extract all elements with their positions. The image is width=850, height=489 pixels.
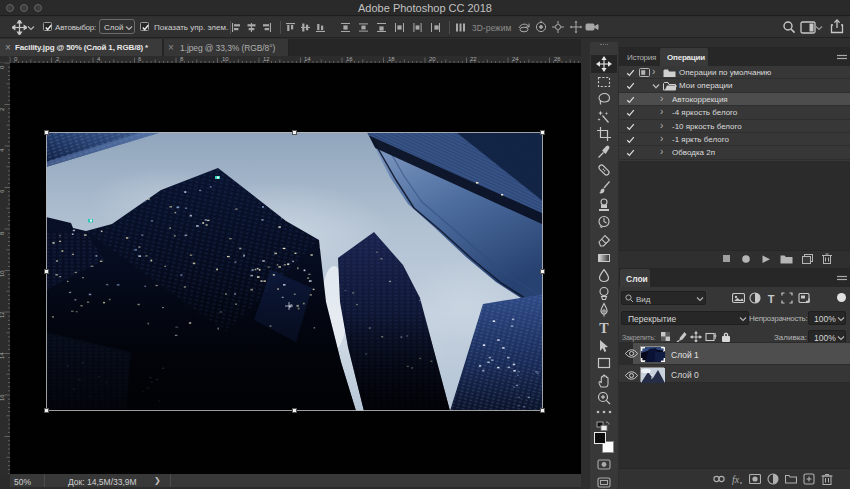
svg-text:2: 2 bbox=[56, 56, 60, 62]
svg-text:4: 4 bbox=[97, 56, 101, 62]
svg-text:fx: fx bbox=[732, 474, 740, 485]
svg-text:T: T bbox=[768, 293, 775, 305]
svg-text:8: 8 bbox=[0, 231, 5, 235]
svg-text:12: 12 bbox=[263, 56, 270, 62]
svg-text:22: 22 bbox=[470, 56, 477, 62]
svg-text:12: 12 bbox=[0, 311, 5, 318]
svg-text:T: T bbox=[599, 321, 609, 336]
svg-text:4: 4 bbox=[0, 148, 5, 152]
svg-text:14: 14 bbox=[0, 352, 5, 359]
svg-text:10: 10 bbox=[0, 270, 5, 277]
svg-text:20: 20 bbox=[429, 56, 436, 62]
svg-text:6: 6 bbox=[138, 56, 142, 62]
svg-text:18: 18 bbox=[388, 56, 395, 62]
svg-text:26: 26 bbox=[554, 56, 561, 62]
svg-text:16: 16 bbox=[0, 394, 5, 401]
svg-text:0: 0 bbox=[14, 56, 18, 62]
svg-text:6: 6 bbox=[0, 189, 5, 193]
svg-text:8: 8 bbox=[180, 56, 184, 62]
svg-text:16: 16 bbox=[346, 56, 353, 62]
svg-text:14: 14 bbox=[304, 56, 311, 62]
svg-text:2: 2 bbox=[0, 107, 5, 111]
svg-text:24: 24 bbox=[512, 56, 519, 62]
svg-text:10: 10 bbox=[222, 56, 229, 62]
svg-text:0: 0 bbox=[0, 65, 5, 69]
